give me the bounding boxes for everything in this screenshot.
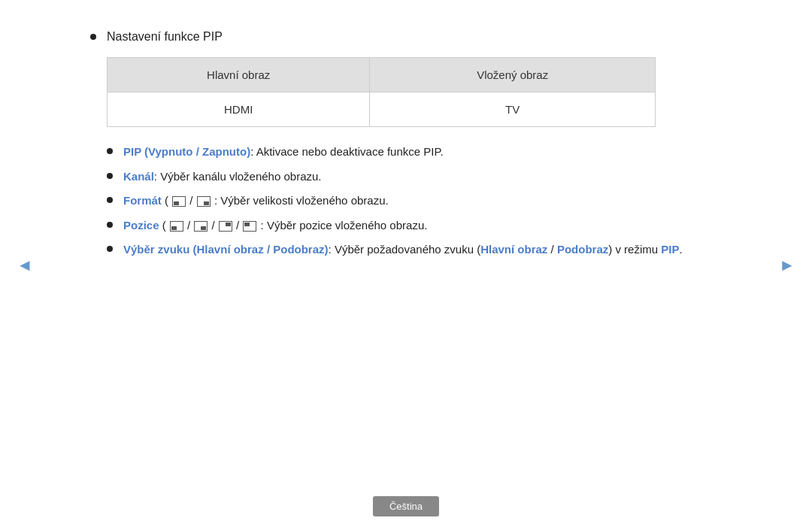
list-item-pozice: Pozice ( / / / xyxy=(107,217,722,235)
pos-icon-2-inner xyxy=(201,226,206,230)
pos-icon-3 xyxy=(219,221,232,232)
table-cell-tv: TV xyxy=(370,92,656,127)
pozice-slash-3: / xyxy=(236,219,242,232)
kanal-link: Kanál xyxy=(123,170,154,183)
format-icon-1 xyxy=(172,196,186,207)
vyber-rest-1: : Výběr požadovaného zvuku ( xyxy=(329,243,481,256)
nav-arrow-left[interactable]: ◄ xyxy=(14,254,36,277)
list-item-format-text: Formát ( / : Výběr velikosti vloženého o… xyxy=(123,192,389,210)
pip-table: Hlavní obraz Vložený obraz HDMI TV xyxy=(107,57,656,127)
format-icon-1-inner xyxy=(174,201,179,205)
section-title: Nastavení funkce PIP xyxy=(107,30,223,44)
nav-arrow-right[interactable]: ► xyxy=(776,254,798,277)
list-item-kanal-text: Kanál: Výběr kanálu vloženého obrazu. xyxy=(123,168,322,186)
left-arrow-icon: ◄ xyxy=(17,256,33,275)
format-paren-open: ( xyxy=(165,194,168,207)
bullet-dot-kanal xyxy=(107,173,113,179)
pos-icon-1 xyxy=(170,221,183,232)
pip-toggle-rest: : Aktivace nebo deaktivace funkce PIP. xyxy=(250,145,444,158)
bullet-dot xyxy=(90,34,96,40)
hlavni-obraz-link: Hlavní obraz xyxy=(480,243,547,256)
pip-link: PIP xyxy=(661,243,679,256)
vyber-period: . xyxy=(679,243,682,256)
table-cell-hdmi: HDMI xyxy=(108,92,370,127)
bullet-list: PIP (Vypnuto / Zapnuto): Aktivace nebo d… xyxy=(107,144,722,259)
pip-toggle-link: PIP (Vypnuto / Zapnuto) xyxy=(123,145,250,158)
pos-icon-2 xyxy=(194,221,208,232)
pozice-link: Pozice xyxy=(123,219,159,232)
table-header-main: Hlavní obraz xyxy=(108,58,370,92)
format-icon-2 xyxy=(197,196,211,207)
pos-icon-1-inner xyxy=(171,226,177,230)
kanal-rest: : Výběr kanálu vloženého obrazu. xyxy=(154,170,322,183)
table-header-inset: Vložený obraz xyxy=(370,58,656,92)
vyber-zvuku-link: Výběr zvuku (Hlavní obraz / Podobraz) xyxy=(123,243,329,256)
right-arrow-icon: ► xyxy=(779,256,795,275)
podobraz-link: Podobraz xyxy=(557,243,608,256)
main-content: Nastavení funkce PIP Hlavní obraz Vložen… xyxy=(0,0,812,296)
list-item-pip-toggle: PIP (Vypnuto / Zapnuto): Aktivace nebo d… xyxy=(107,144,722,161)
vyber-rest-2: ) v režimu xyxy=(608,243,661,256)
bullet-dot-pip xyxy=(107,148,113,154)
bullet-dot-vyber xyxy=(107,246,113,252)
pos-icon-3-inner xyxy=(226,223,231,226)
list-item-vyber-zvuku: Výběr zvuku (Hlavní obraz / Podobraz): V… xyxy=(107,241,722,259)
bottom-bar: Čeština xyxy=(373,496,439,516)
list-item-format: Formát ( / : Výběr velikosti vloženého o… xyxy=(107,192,722,210)
pozice-paren-open: ( xyxy=(162,219,166,232)
list-item-pozice-text: Pozice ( / / / xyxy=(123,217,427,235)
pos-icon-4-inner xyxy=(244,223,250,226)
pozice-slash-2: / xyxy=(212,219,218,232)
pozice-slash-1: / xyxy=(187,219,193,232)
list-item-pip-text: PIP (Vypnuto / Zapnuto): Aktivace nebo d… xyxy=(123,144,444,161)
pozice-rest: : Výběr pozice vloženého obrazu. xyxy=(261,219,428,232)
format-link: Formát xyxy=(123,194,162,207)
format-slash: / xyxy=(189,194,195,207)
format-rest: : Výběr velikosti vloženého obrazu. xyxy=(214,194,389,207)
pos-icon-4 xyxy=(243,221,256,232)
table-row: HDMI TV xyxy=(108,92,656,127)
vyber-slash: / xyxy=(547,243,557,256)
bullet-dot-format xyxy=(107,197,113,203)
format-icon-2-inner xyxy=(204,201,209,205)
language-button[interactable]: Čeština xyxy=(373,496,439,516)
list-item-vyber-text: Výběr zvuku (Hlavní obraz / Podobraz): V… xyxy=(123,241,683,259)
section-header: Nastavení funkce PIP xyxy=(90,30,722,44)
bullet-dot-pozice xyxy=(107,222,113,228)
list-item-kanal: Kanál: Výběr kanálu vloženého obrazu. xyxy=(107,168,722,186)
